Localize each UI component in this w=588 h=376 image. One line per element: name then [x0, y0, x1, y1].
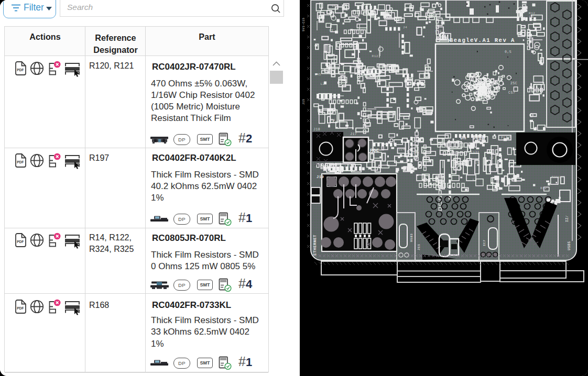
svg-text:POE: POE [370, 148, 379, 153]
svg-text:L2: L2 [320, 82, 324, 86]
svg-text:J19: J19 [317, 175, 324, 179]
svg-text:R201: R201 [552, 175, 560, 179]
svg-text:FL5?: FL5? [501, 136, 511, 140]
svg-text:USB3: USB3 [410, 234, 413, 242]
svg-text:J4: J4 [403, 26, 407, 29]
svg-text:C45: C45 [315, 73, 321, 76]
svg-text:BeagleV.A1 Rev A: BeagleV.A1 Rev A [450, 37, 515, 43]
svg-text:PDF: PDF [17, 306, 24, 310]
svg-text:R12: R12 [540, 186, 547, 190]
svg-text:J17: J17 [350, 132, 357, 136]
svg-text:J11: J11 [417, 244, 421, 250]
svg-text:USB5: USB5 [568, 241, 571, 250]
svg-text:Q3: Q3 [329, 29, 333, 32]
svg-text:R12: R12 [529, 12, 535, 15]
svg-text:Un 0000: Un 0000 [460, 136, 485, 141]
svg-text:Q3: Q3 [331, 118, 335, 122]
svg-text:L2: L2 [473, 178, 477, 182]
svg-text:R12: R12 [435, 29, 442, 33]
svg-text:PDF: PDF [17, 160, 24, 164]
svg-text:PDF: PDF [17, 240, 24, 244]
svg-text:IC7: IC7 [483, 240, 486, 246]
svg-text:L2: L2 [529, 15, 533, 19]
svg-text:L2: L2 [490, 156, 494, 160]
svg-text:C5?: C5? [508, 91, 515, 95]
svg-text:5V3-C15: 5V3-C15 [302, 17, 306, 31]
svg-text:0,5: 0,5 [505, 50, 511, 54]
svg-text:J18: J18 [313, 128, 320, 131]
svg-text:ETHERNET: ETHERNET [313, 235, 317, 256]
svg-text:25C: 25C [510, 82, 517, 85]
svg-text:U24: U24 [399, 148, 405, 151]
svg-text:PDF: PDF [17, 68, 24, 72]
svg-text:J15: J15 [323, 169, 330, 172]
svg-text:IZ/: IZ/ [565, 215, 569, 222]
svg-text:R12: R12 [372, 54, 378, 58]
svg-text:J15: J15 [302, 98, 306, 105]
svg-text:C133: C133 [471, 150, 479, 154]
